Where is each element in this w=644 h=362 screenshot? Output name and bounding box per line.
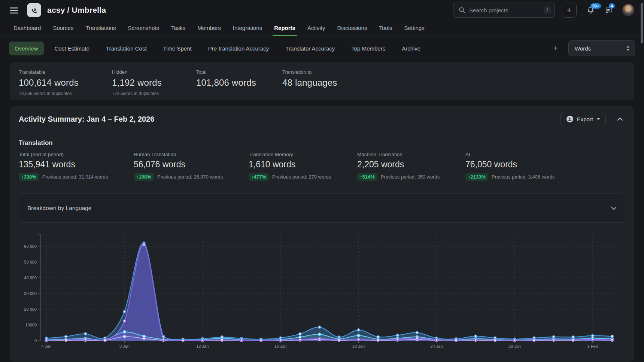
svg-text:20 000: 20 000: [24, 307, 37, 311]
collapse-section-button[interactable]: [617, 117, 623, 121]
user-avatar[interactable]: [622, 4, 634, 16]
nav-item-tasks[interactable]: Tasks: [171, 20, 185, 36]
breakdown-label: Breakdown by Language: [27, 205, 92, 212]
search-icon: [459, 7, 465, 13]
stat-ai: AI 76,050 words ↑2133% Previous period: …: [465, 152, 555, 181]
activity-chart-svg: 01000020 00030 00040 00050 00060 0004 Ja…: [19, 232, 620, 355]
reports-subnav: Overview Cost Estimate Translation Cost …: [0, 36, 644, 56]
stat-total-end-of-period: Total (end of period) 135,941 words ↑338…: [19, 152, 134, 181]
search-shortcut-key: /: [544, 6, 551, 14]
hamburger-menu-icon[interactable]: [10, 7, 18, 13]
caret-down-icon: [596, 118, 600, 120]
delta-badge: ↑2133%: [465, 173, 488, 181]
stat-human-translation: Human Translation 56,076 words ↑108% Pre…: [134, 152, 249, 181]
activity-summary-title: Activity Summary: Jan 4 – Feb 2, 2026: [19, 115, 154, 124]
tab-cost-estimate[interactable]: Cost Estimate: [49, 42, 95, 55]
svg-text:30 000: 30 000: [24, 291, 37, 296]
nav-item-translations[interactable]: Translations: [85, 20, 116, 36]
tab-translation-cost[interactable]: Translation Cost: [100, 42, 152, 55]
activity-summary-card: Activity Summary: Jan 4 – Feb 2, 2026 Ex…: [10, 106, 634, 362]
project-title: acsy / Umbrella: [47, 6, 106, 15]
download-icon: [566, 115, 574, 123]
tab-translator-accuracy[interactable]: Translator Accuracy: [280, 42, 340, 55]
export-label: Export: [577, 116, 593, 122]
svg-text:4 Jan: 4 Jan: [42, 344, 52, 349]
svg-text:28 Jan: 28 Jan: [508, 344, 521, 349]
messages-button[interactable]: 4: [605, 6, 613, 15]
delta-badge: ↑514%: [357, 173, 377, 181]
activity-summary-header: Activity Summary: Jan 4 – Feb 2, 2026 Ex…: [19, 106, 625, 132]
app-root: acsy / Umbrella / + 99+: [0, 0, 644, 362]
nav-item-integrations[interactable]: Integrations: [233, 20, 262, 36]
nav-item-dashboard[interactable]: Dashboard: [13, 20, 41, 36]
select-arrows-icon: [626, 45, 630, 51]
create-project-button[interactable]: +: [562, 3, 577, 18]
svg-text:8 Jan: 8 Jan: [119, 344, 130, 349]
stat-translation-to: Translation to 48 languages: [282, 69, 337, 93]
tab-time-spent[interactable]: Time Spent: [158, 42, 197, 55]
delta-badge: ↑338%: [19, 173, 39, 181]
stat-total: Total 101,806 words: [196, 69, 282, 93]
svg-text:16 Jan: 16 Jan: [274, 344, 287, 349]
nav-item-members[interactable]: Members: [197, 20, 221, 36]
tab-top-members[interactable]: Top Members: [346, 42, 391, 55]
chevron-down-icon: [611, 207, 617, 210]
stat-translation-memory: Translation Memory 1,610 words ↑477% Pre…: [249, 152, 357, 181]
search-input[interactable]: [469, 7, 544, 13]
svg-text:50 000: 50 000: [24, 260, 37, 264]
stat-machine-translation: Machine Translation 2,205 words ↑514% Pr…: [357, 152, 465, 181]
nav-item-screenshots[interactable]: Screenshots: [128, 20, 159, 36]
delta-badge: ↑477%: [249, 173, 269, 181]
search-box[interactable]: /: [453, 3, 555, 18]
header-actions: / + 99+ 4: [453, 3, 634, 18]
scrollbar-thumb[interactable]: [641, 3, 643, 43]
delta-badge: ↑108%: [134, 173, 154, 181]
divider: [19, 132, 625, 132]
svg-text:10000: 10000: [25, 323, 37, 327]
export-button[interactable]: Export: [561, 112, 606, 126]
notifications-button[interactable]: 99+: [586, 6, 595, 15]
activity-chart: 01000020 00030 00040 00050 00060 0004 Ja…: [19, 232, 625, 356]
translation-section-title: Translation: [19, 139, 625, 147]
svg-text:60 000: 60 000: [24, 244, 37, 249]
unit-select[interactable]: Words: [568, 40, 635, 56]
svg-text:0: 0: [34, 338, 37, 343]
translation-stats-row: Total (end of period) 135,941 words ↑338…: [19, 152, 625, 181]
app-header: acsy / Umbrella / + 99+: [0, 0, 644, 20]
project-logo[interactable]: [27, 3, 41, 17]
messages-count-badge: 4: [609, 3, 615, 9]
stat-hidden: Hidden 1,192 words 773 words in duplicat…: [112, 69, 196, 93]
unit-select-value: Words: [575, 45, 591, 52]
tab-archive[interactable]: Archive: [396, 42, 426, 55]
tab-pretranslation-accuracy[interactable]: Pre-translation Accuracy: [203, 42, 275, 55]
stat-translatable: Translatable 100,614 words 10,569 words …: [19, 69, 112, 93]
breakdown-by-language-toggle[interactable]: Breakdown by Language: [19, 194, 625, 223]
svg-text:1 Feb: 1 Feb: [587, 344, 598, 349]
nav-item-discussions[interactable]: Discussions: [337, 20, 367, 36]
project-stats-card: Translatable 100,614 words 10,569 words …: [10, 62, 634, 100]
tab-overview[interactable]: Overview: [9, 42, 44, 55]
svg-text:40 000: 40 000: [24, 276, 37, 280]
nav-item-reports[interactable]: Reports: [274, 20, 295, 36]
nav-item-tools[interactable]: Tools: [379, 20, 392, 36]
chevron-up-icon: [617, 117, 623, 121]
nav-item-settings[interactable]: Settings: [404, 20, 424, 36]
svg-text:12 Jan: 12 Jan: [196, 344, 209, 349]
nav-item-activity[interactable]: Activity: [307, 20, 325, 36]
svg-text:24 Jan: 24 Jan: [430, 344, 443, 349]
project-nav: Dashboard Sources Translations Screensho…: [0, 20, 644, 36]
nav-item-sources[interactable]: Sources: [53, 20, 73, 36]
svg-text:20 Jan: 20 Jan: [352, 344, 365, 349]
notifications-count-badge: 99+: [590, 3, 601, 9]
add-report-button[interactable]: +: [550, 43, 562, 54]
